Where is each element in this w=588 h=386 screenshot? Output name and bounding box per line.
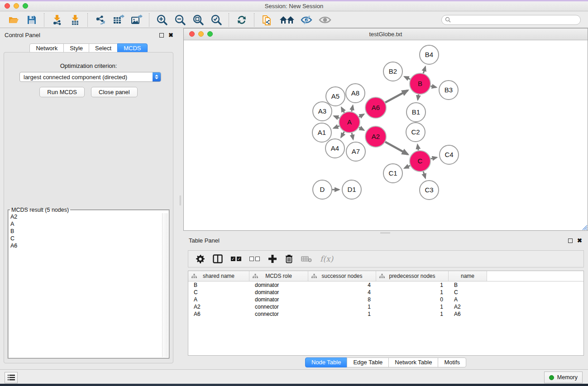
graph-node-D[interactable]: D — [313, 180, 332, 199]
table-close-panel-icon[interactable]: ✖ — [577, 238, 582, 243]
export-network-button[interactable] — [94, 14, 107, 26]
zoom-fit-button[interactable] — [192, 14, 205, 26]
network-window-titlebar[interactable]: testGlobe.txt — [184, 29, 588, 40]
column-header-mcds-role[interactable]: MCDS role — [249, 271, 308, 281]
graph-node-C[interactable]: C — [410, 151, 430, 172]
graph-node-A8[interactable]: A8 — [346, 84, 365, 103]
table-cell[interactable]: 1 — [308, 304, 376, 310]
table-tab-motifs[interactable]: Motifs — [438, 357, 466, 367]
table-cell[interactable]: dominator — [249, 296, 308, 303]
resize-corner-icon[interactable] — [582, 225, 588, 230]
memory-button[interactable]: Memory — [544, 372, 583, 383]
table-cell[interactable]: 1 — [376, 311, 449, 317]
graph-node-A5[interactable]: A5 — [326, 87, 345, 106]
table-delete-column-button[interactable] — [285, 254, 293, 263]
table-settings-button[interactable] — [196, 255, 205, 263]
table-tab-edge-table[interactable]: Edge Table — [347, 357, 389, 367]
optimization-criterion-select[interactable]: largest connected component (directed) — [19, 72, 161, 82]
table-split-columns-button[interactable] — [213, 254, 223, 263]
table-deselect-all-button[interactable] — [249, 257, 260, 261]
open-button[interactable] — [7, 14, 20, 26]
table-cell[interactable]: 1 — [376, 289, 449, 295]
graph-edge-B-B1[interactable] — [418, 95, 419, 100]
clone-network-button[interactable] — [261, 14, 273, 26]
table-cell[interactable]: connector — [249, 311, 308, 317]
network-close-button[interactable] — [189, 31, 195, 37]
graph-edge-A-A3[interactable] — [334, 116, 339, 118]
graph-edge-B-B4[interactable] — [423, 67, 425, 73]
table-cell[interactable]: A — [188, 296, 249, 303]
close-panel-icon[interactable]: ✖ — [168, 33, 173, 38]
table-cell[interactable]: 1 — [376, 282, 449, 288]
graph-node-B3[interactable]: B3 — [439, 81, 458, 100]
table-row[interactable]: A2connector11A2 — [188, 303, 583, 310]
table-cell[interactable]: 0 — [376, 296, 449, 303]
table-cell[interactable]: dominator — [249, 289, 308, 295]
table-cell[interactable]: 8 — [308, 296, 376, 303]
mcds-result-item[interactable]: A6 — [10, 242, 162, 249]
mcds-result-item[interactable]: A — [10, 220, 162, 228]
refresh-button[interactable] — [235, 14, 248, 26]
graph-node-A6[interactable]: A6 — [365, 97, 386, 118]
mcds-result-item[interactable]: C — [10, 235, 162, 242]
save-button[interactable] — [25, 14, 38, 26]
table-cell[interactable]: 4 — [308, 289, 376, 295]
table-row[interactable]: Bdominator41B — [188, 281, 583, 289]
column-header-predecessor-nodes[interactable]: predecessor nodes — [376, 271, 449, 281]
graph-node-C2[interactable]: C2 — [406, 123, 425, 142]
graph-edge-A-A5[interactable] — [341, 108, 344, 113]
network-minimize-button[interactable] — [198, 31, 204, 37]
zoom-in-button[interactable] — [156, 14, 168, 26]
search-input[interactable] — [451, 16, 577, 24]
graph-edge-C-C2[interactable] — [417, 145, 418, 151]
graph-node-B4[interactable]: B4 — [420, 45, 439, 64]
table-row[interactable]: A6connector11A6 — [188, 310, 583, 318]
export-image-button[interactable] — [130, 14, 143, 26]
graph-node-A7[interactable]: A7 — [346, 142, 365, 161]
table-tab-node-table[interactable]: Node Table — [305, 357, 348, 367]
graph-node-A4[interactable]: A4 — [325, 139, 344, 158]
graph-node-C4[interactable]: C4 — [440, 145, 459, 164]
network-canvas[interactable]: B4B2BB3A5A8A6A3B1AA1C2A2A4A7C4CC1C3DD1 — [184, 40, 588, 230]
import-network-button[interactable] — [51, 14, 63, 26]
float-panel-icon[interactable] — [159, 33, 164, 38]
graph-node-A3[interactable]: A3 — [313, 102, 332, 121]
export-table-button[interactable] — [112, 14, 125, 26]
network-zoom-button[interactable] — [207, 31, 213, 37]
table-delete-table-button[interactable] — [301, 255, 312, 262]
mcds-result-item[interactable]: B — [10, 228, 162, 235]
table-cell[interactable]: connector — [249, 304, 308, 310]
splitpane-grip-horizontal[interactable] — [380, 232, 390, 234]
table-cell[interactable]: B — [449, 282, 487, 288]
column-header-shared-name[interactable]: shared name — [188, 271, 249, 281]
table-row[interactable]: Cdominator41C — [188, 289, 583, 296]
graph-node-A1[interactable]: A1 — [312, 123, 331, 142]
graph-edge-B-B2[interactable] — [405, 76, 411, 79]
table-cell[interactable]: dominator — [249, 282, 308, 288]
task-history-button[interactable] — [5, 372, 18, 383]
table-cell[interactable]: A6 — [188, 311, 249, 317]
graph-edge-A-A4[interactable] — [341, 132, 344, 137]
first-neighbors-button[interactable] — [279, 14, 295, 26]
hide-selected-button[interactable] — [301, 14, 313, 26]
graph-node-C3[interactable]: C3 — [420, 181, 439, 200]
table-row[interactable]: Adominator80A — [188, 296, 583, 303]
close-panel-button[interactable]: Close panel — [91, 87, 138, 97]
table-cell[interactable]: A2 — [449, 304, 487, 310]
graph-edge-C-C4[interactable] — [430, 157, 436, 159]
table-cell[interactable]: C — [188, 289, 249, 295]
minimize-window-button[interactable] — [14, 3, 19, 9]
show-all-button[interactable] — [319, 14, 331, 26]
graph-node-A2[interactable]: A2 — [365, 126, 386, 147]
table-cell[interactable]: B — [188, 282, 249, 288]
zoom-out-button[interactable] — [174, 14, 186, 26]
import-table-button[interactable] — [69, 14, 81, 26]
graph-edge-A6-B[interactable] — [385, 91, 408, 103]
graph-edge-A2-C[interactable] — [385, 142, 408, 154]
close-window-button[interactable] — [5, 3, 10, 9]
graph-node-B[interactable]: B — [410, 73, 430, 94]
graph-edge-C-C3[interactable] — [423, 172, 425, 178]
graph-edge-A-A2[interactable] — [359, 128, 364, 130]
table-tab-network-table[interactable]: Network Table — [388, 357, 438, 367]
graph-node-D1[interactable]: D1 — [342, 180, 361, 199]
